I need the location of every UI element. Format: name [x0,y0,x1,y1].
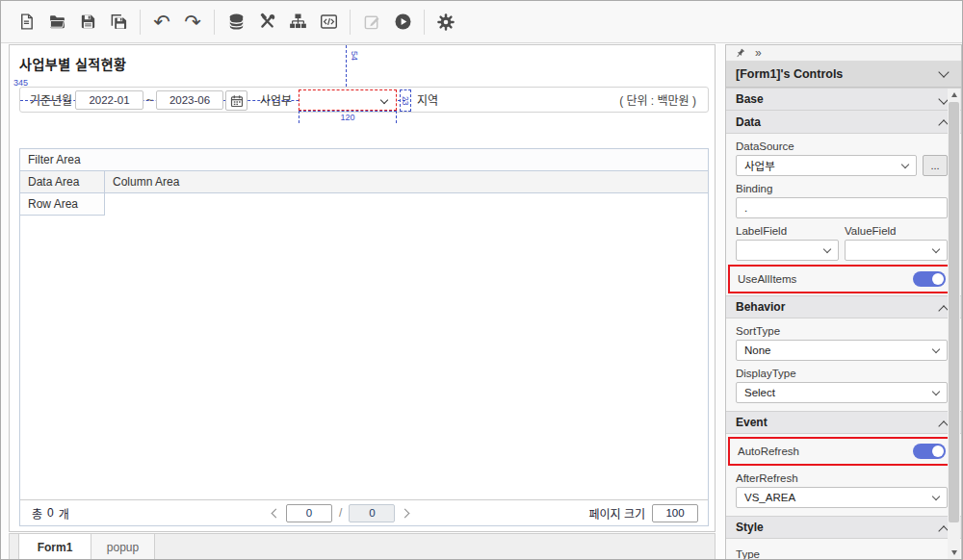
edit-button[interactable] [356,7,387,38]
redo-icon: ↷ [184,12,201,32]
scroll-down-icon[interactable] [948,547,960,559]
calendar-icon [230,94,244,108]
section-event[interactable]: Event [726,411,961,434]
toolbar-separator [214,10,215,35]
page-separator: / [339,506,342,520]
binding-label: Binding [736,183,948,194]
pin-icon[interactable] [734,47,746,60]
page-size-group: 페이지 크기 [588,504,698,522]
controls-header[interactable]: [Form1]'s Controls [726,62,961,88]
pagination-bar: 총 0 개 / 페이지 크기 [20,499,708,525]
database-icon [227,13,246,31]
redo-button[interactable]: ↷ [177,7,208,38]
section-event-label: Event [736,416,768,429]
displaytype-combobox[interactable]: Select [736,382,948,403]
previous-page-icon[interactable] [272,508,281,518]
sorttype-combobox[interactable]: None [736,340,948,361]
unit-label: ( 단위 : 백만원 ) [619,88,696,112]
pivot-filter-area[interactable]: Filter Area [20,149,708,171]
undo-icon: ↶ [153,12,170,32]
pivot-grid: Filter Area Data Area Column Area Row Ar… [19,148,709,526]
tab-popup[interactable]: popup [91,534,155,560]
filter-bar: 기준년월 ~ 사업부 120 23 지역 ( 단위 : 백만원 ) [19,87,709,113]
save-all-icon [110,13,128,31]
dimension-label-width: 120 [299,111,397,123]
valuefield-combobox[interactable] [845,240,948,261]
labelfield-label: LabelField [736,225,839,237]
section-data[interactable]: Data [726,111,961,134]
hierarchy-button[interactable] [282,7,313,38]
division-combobox-selected[interactable] [299,89,397,111]
pivot-row-area-row: Row Area [20,193,708,216]
section-base[interactable]: Base [726,88,961,111]
type-label: Type [736,548,948,560]
save-icon [79,13,97,31]
useallitems-row: UseAllItems [728,265,955,293]
total-count-text: 총 0 개 [32,505,69,522]
hierarchy-icon [289,13,307,31]
section-style[interactable]: Style [726,516,961,539]
date-to-input[interactable] [156,90,223,110]
properties-panel: » [Form1]'s Controls Base Data DataSourc… [725,44,962,560]
panel-content: Base Data DataSource 사업부 ... Binding [726,88,961,560]
afterrefresh-value: VS_AREA [744,492,795,503]
chevron-down-icon [932,493,940,500]
section-behavior[interactable]: Behavior [726,295,961,318]
next-page-icon[interactable] [401,508,410,518]
pivot-column-area[interactable]: Column Area [105,171,708,192]
scroll-up-icon[interactable] [948,89,960,101]
settings-icon [436,13,455,32]
autorefresh-toggle-on[interactable] [913,444,946,459]
total-unit: 개 [59,505,69,522]
new-document-button[interactable] [11,7,41,38]
datasource-combobox[interactable]: 사업부 [736,155,917,176]
displaytype-label: DisplayType [736,368,948,379]
undo-button[interactable]: ↶ [146,7,177,38]
datasource-browse-button[interactable]: ... [923,155,948,176]
settings-button[interactable] [430,7,461,38]
edit-icon [363,13,381,31]
useallitems-toggle-on[interactable] [913,271,946,287]
form-tabbar: Form1 popup [9,533,716,560]
open-folder-button[interactable] [41,7,72,38]
datasource-value: 사업부 [744,158,775,173]
page-size-input[interactable] [652,504,698,522]
panel-scrollbar[interactable] [948,89,960,559]
section-base-label: Base [736,92,764,106]
autorefresh-row: AutoRefresh [728,437,955,466]
page-size-label: 페이지 크기 [588,505,645,522]
run-button[interactable] [387,7,418,38]
save-button[interactable] [72,7,103,38]
scrollbar-thumb[interactable] [949,102,959,522]
date-from-input[interactable] [75,90,143,110]
datasource-label: DataSource [736,140,948,152]
pivot-row-area[interactable]: Row Area [20,193,105,216]
calendar-button[interactable] [225,90,247,111]
pivot-data-area[interactable]: Data Area [20,171,105,192]
afterrefresh-combobox[interactable]: VS_AREA [736,487,948,508]
save-all-button[interactable] [103,7,134,38]
total-count: 0 [47,506,54,520]
autorefresh-label: AutoRefresh [738,445,799,457]
page-navigator: / [273,504,408,522]
labelfield-combobox[interactable] [736,240,839,261]
designer-window: ↶ ↷ 사업부별 실적현황 54 [0,0,963,560]
section-behavior-label: Behavior [736,300,785,314]
division-label: 사업부 [260,88,292,112]
toolbar-separator [140,10,141,35]
total-label: 총 [32,505,42,522]
current-page-input[interactable] [286,504,332,522]
controls-header-label: [Form1]'s Controls [736,67,843,81]
tools-button[interactable] [251,7,282,38]
toolbar-separator [424,10,425,35]
chevron-down-icon [901,161,909,168]
database-button[interactable] [221,7,251,38]
sorttype-value: None [744,344,771,356]
code-view-button[interactable] [313,7,344,38]
tab-form1[interactable]: Form1 [18,534,91,560]
binding-input[interactable] [736,197,948,218]
chevron-down-icon [932,388,940,395]
sorttype-label: SortType [736,325,948,337]
collapse-panel-icon[interactable]: » [755,47,762,59]
period-label: 기준년월 [30,88,72,112]
